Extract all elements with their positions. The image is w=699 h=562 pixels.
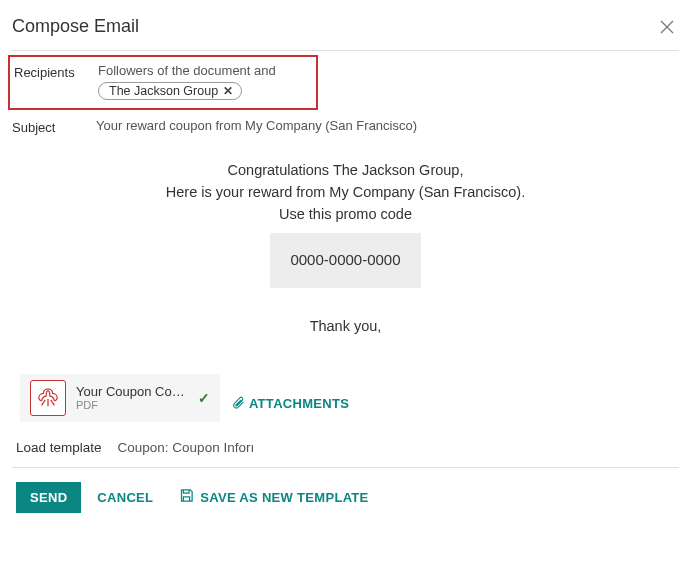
load-template-label: Load template [16, 440, 102, 455]
send-button[interactable]: SEND [16, 482, 81, 513]
load-template-row: Load template [16, 440, 679, 455]
attachments-label: ATTACHMENTS [249, 396, 349, 411]
body-line-2: Here is your reward from My Company (San… [32, 182, 659, 204]
recipient-tag[interactable]: The Jackson Group ✕ [98, 82, 242, 100]
dialog-header: Compose Email [12, 16, 679, 40]
save-template-label: SAVE AS NEW TEMPLATE [200, 490, 368, 505]
attachment-name: Your Coupon Co… [76, 384, 188, 399]
recipients-row: Recipients Followers of the document and… [8, 55, 318, 110]
dialog-footer: SEND CANCEL SAVE AS NEW TEMPLATE [12, 468, 679, 521]
subject-label: Subject [12, 118, 96, 135]
recipients-prefix: Followers of the document and [98, 63, 316, 78]
attachment-card[interactable]: Your Coupon Co… PDF ✓ [20, 374, 220, 422]
subject-value[interactable]: Your reward coupon from My Company (San … [96, 118, 679, 133]
cancel-button[interactable]: CANCEL [97, 490, 153, 505]
close-button[interactable] [655, 16, 679, 40]
tag-remove-icon[interactable]: ✕ [223, 84, 233, 98]
recipient-tag-label: The Jackson Group [109, 84, 218, 98]
body-line-1: Congratulations The Jackson Group, [32, 160, 659, 182]
divider [12, 50, 679, 51]
subject-row: Subject Your reward coupon from My Compa… [12, 112, 679, 142]
email-body[interactable]: Congratulations The Jackson Group, Here … [12, 142, 679, 374]
promo-code: 0000-0000-0000 [270, 233, 420, 288]
dialog-title: Compose Email [12, 16, 139, 37]
body-line-3: Use this promo code [32, 204, 659, 226]
save-icon [179, 488, 194, 506]
body-thank-you: Thank you, [32, 316, 659, 338]
recipients-label: Recipients [14, 63, 98, 80]
attachments-button[interactable]: ATTACHMENTS [232, 396, 349, 412]
load-template-select[interactable] [118, 440, 278, 455]
paperclip-icon [232, 396, 245, 412]
compose-email-dialog: Compose Email Recipients Followers of th… [0, 0, 699, 533]
save-as-template-button[interactable]: SAVE AS NEW TEMPLATE [179, 488, 368, 506]
pdf-icon [30, 380, 66, 416]
attachment-info: Your Coupon Co… PDF [76, 384, 188, 411]
check-icon: ✓ [198, 390, 210, 406]
recipients-value[interactable]: Followers of the document and The Jackso… [98, 63, 316, 100]
close-icon [659, 17, 675, 39]
attachment-type: PDF [76, 399, 188, 411]
